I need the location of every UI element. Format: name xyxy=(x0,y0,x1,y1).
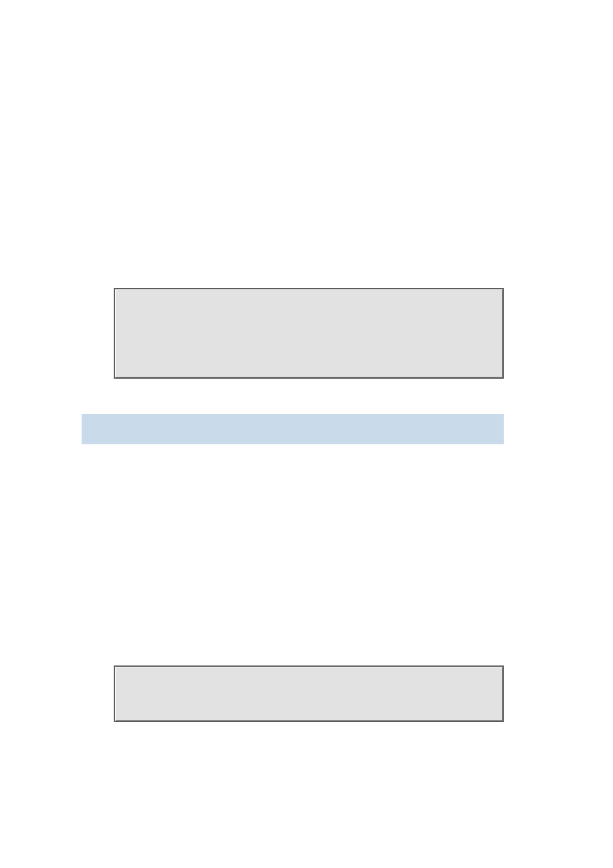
document-page xyxy=(0,0,613,868)
highlight-bar xyxy=(82,414,504,444)
content-box-2 xyxy=(114,665,504,722)
content-box-1 xyxy=(114,288,504,379)
